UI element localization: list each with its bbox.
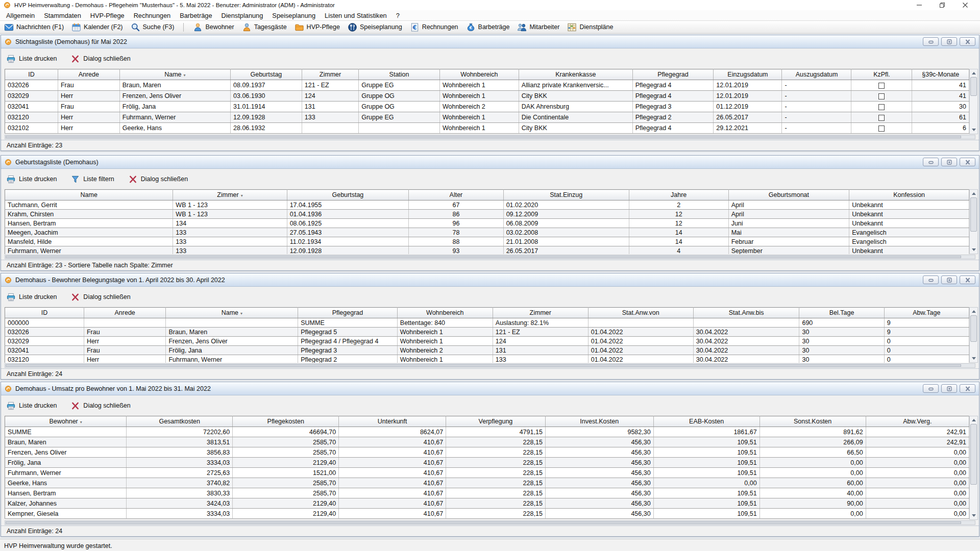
checkbox[interactable]	[878, 115, 885, 121]
column-header-konfession[interactable]: Konfession	[849, 190, 969, 201]
window-button-liste-drucken[interactable]: Liste drucken	[7, 55, 57, 63]
scrollbar-thumb[interactable]	[970, 424, 977, 485]
scrollbar-thumb[interactable]	[6, 136, 961, 138]
column-header-anrede[interactable]: Anrede	[84, 308, 166, 318]
column-header-bel-tage[interactable]: Bel.Tage	[799, 308, 884, 318]
column-header-geburtsmonat[interactable]: Geburtsmonat	[728, 190, 849, 201]
menu-item-[interactable]: ?	[391, 11, 404, 20]
menu-item-hvp-pflege[interactable]: HVP-Pflege	[86, 11, 129, 20]
scrollbar-thumb[interactable]	[6, 364, 961, 367]
table-row[interactable]: Braun, Maren3813,512585,70410,67228,1545…	[5, 437, 969, 447]
table-row[interactable]: Mansfeld, Hilde13311.02.19348821.01.2008…	[5, 237, 969, 246]
toolbar-button-speiseplanung[interactable]: Speiseplanung	[348, 22, 402, 32]
window-button-liste-drucken[interactable]: Liste drucken	[7, 293, 57, 302]
table-row[interactable]: Geerke, Hans3740,822585,70410,67228,1545…	[5, 478, 969, 488]
window-button-liste-filtern[interactable]: Liste filtern	[71, 175, 114, 184]
column-header-pflegegrad[interactable]: Pflegegrad	[298, 308, 398, 318]
table-row[interactable]: 032026FrauBraun, MarenPflegegrad 5Wohnbe…	[5, 328, 969, 337]
child-maximize-button[interactable]	[941, 384, 957, 393]
child-window-titlebar[interactable]: Demohaus - Umsatz pro Bewohner von 1. Ma…	[1, 382, 979, 395]
restore-button[interactable]	[930, 0, 953, 10]
horizontal-scrollbar[interactable]	[5, 135, 975, 139]
child-minimize-button[interactable]	[923, 384, 939, 393]
column-header-id[interactable]: ID	[5, 308, 84, 318]
column-header-pflegekosten[interactable]: Pflegekosten	[233, 416, 339, 427]
column-header-zimmer[interactable]: Zimmer	[493, 308, 588, 318]
scrollbar-thumb[interactable]	[970, 315, 977, 342]
column-header-anrede[interactable]: Anrede	[58, 69, 119, 80]
scroll-down-icon[interactable]	[972, 357, 976, 360]
table-row[interactable]: 032041FrauFrölig, JanaPflegegrad 3Wohnbe…	[5, 346, 969, 355]
table-row[interactable]: Kempner, Giesela3334,032129,40410,67228,…	[5, 509, 969, 519]
column-header-auszugsdatum[interactable]: Auszugsdatum	[782, 69, 851, 80]
table-row[interactable]: Fuhrmann, Werner13312.09.19289326.05.201…	[5, 246, 969, 255]
table-row[interactable]: 000000SUMMEBettentage: 840Auslastung: 82…	[5, 318, 969, 328]
column-header-abw-tage[interactable]: Abw.Tage	[884, 308, 969, 318]
column-header-alter[interactable]: Alter	[409, 190, 503, 201]
column-header-name[interactable]: Name▾	[166, 308, 298, 318]
scroll-up-icon[interactable]	[972, 72, 976, 74]
scrollbar-thumb[interactable]	[970, 77, 977, 96]
table-row[interactable]: 032120HerrFuhrmann, WernerPflegegrad 2Wo…	[5, 355, 969, 363]
scroll-up-icon[interactable]	[972, 419, 976, 421]
window-button-liste-drucken[interactable]: Liste drucken	[7, 175, 57, 184]
child-window-titlebar[interactable]: Stichtagsliste (Demohaus) für Mai 2022	[1, 35, 979, 48]
table-row[interactable]: 032120HerrFuhrmann, Werner12.09.1928133G…	[5, 112, 969, 123]
column-header-jahre[interactable]: Jahre	[629, 190, 728, 201]
column-header-verpflegung[interactable]: Verpflegung	[446, 416, 546, 427]
column-header-wohnbereich[interactable]: Wohnbereich	[397, 308, 493, 318]
table-row[interactable]: Krahm, ChirstenWB 1 - 12301.04.19368609.…	[5, 210, 969, 219]
window-button-dialog-schlie-en[interactable]: Dialog schließen	[71, 55, 130, 63]
child-minimize-button[interactable]	[923, 158, 939, 166]
toolbar-button-kalender-f2[interactable]: Kalender (F2)	[71, 22, 122, 32]
column-header-abw-verg[interactable]: Abw.Verg.	[866, 416, 969, 427]
child-window-titlebar[interactable]: Geburtstagsliste (Demohaus)	[1, 156, 979, 169]
child-close-button[interactable]	[960, 384, 975, 393]
scroll-down-icon[interactable]	[972, 129, 976, 131]
child-maximize-button[interactable]	[941, 37, 957, 46]
child-minimize-button[interactable]	[923, 276, 939, 284]
child-maximize-button[interactable]	[941, 276, 957, 284]
table-row[interactable]: Hansen, Bertram13408.06.19259606.08.2009…	[5, 219, 969, 228]
scroll-down-icon[interactable]	[972, 248, 976, 251]
table-row[interactable]: Frenzen, Jens Oliver3856,832585,70410,67…	[5, 447, 969, 458]
scrollbar-thumb[interactable]	[6, 256, 961, 258]
menu-item-rechnungen[interactable]: Rechnungen	[129, 11, 176, 20]
menu-item-listen-und-statistiken[interactable]: Listen und Statistiken	[320, 11, 391, 20]
child-minimize-button[interactable]	[923, 37, 939, 46]
column-header-station[interactable]: Station	[359, 69, 440, 80]
table-row[interactable]: 032029HerrFrenzen, Jens Oliver03.06.1930…	[5, 91, 969, 102]
close-button[interactable]	[953, 0, 976, 10]
toolbar-button-mitarbeiter[interactable]: Mitarbeiter	[517, 22, 559, 32]
window-button-dialog-schlie-en[interactable]: Dialog schließen	[71, 402, 130, 410]
column-header-stat-anw-von[interactable]: Stat.Anw.von	[588, 308, 693, 318]
column-header-geburtstag[interactable]: Geburtstag	[231, 69, 302, 80]
scroll-down-icon[interactable]	[972, 514, 976, 517]
menu-item-dienstplanung[interactable]: Dienstplanung	[217, 11, 268, 20]
horizontal-scrollbar[interactable]	[5, 520, 975, 525]
column-header-stat-einzug[interactable]: Stat.Einzug	[503, 190, 629, 201]
toolbar-button-suche-f3[interactable]: Suche (F3)	[131, 22, 175, 32]
column-header-krankenkasse[interactable]: Krankenkasse	[519, 69, 632, 80]
column-header-39c-monate[interactable]: §39c-Monate	[912, 69, 969, 80]
column-header-zimmer[interactable]: Zimmer▾	[173, 190, 287, 201]
table-row[interactable]: Tuchmann, GerritWB 1 - 12317.04.19556701…	[5, 201, 969, 210]
column-header-pflegegrad[interactable]: Pflegegrad	[632, 69, 714, 80]
table-row[interactable]: SUMME72202,6046694,708624,074791,159582,…	[5, 427, 969, 437]
vertical-scrollbar[interactable]	[969, 69, 978, 134]
checkbox[interactable]	[878, 126, 885, 132]
table-row[interactable]: 032029HerrFrenzen, Jens OliverPflegegrad…	[5, 337, 969, 346]
table-row[interactable]: Fuhrmann, Werner2725,631521,00410,67228,…	[5, 468, 969, 478]
column-header-invest-kosten[interactable]: Invest.Kosten	[545, 416, 653, 427]
table-row[interactable]: Kalzer, Johannes3424,032129,40410,67228,…	[5, 498, 969, 509]
toolbar-button-hvp-pflege[interactable]: HVP-Pflege	[295, 22, 340, 32]
toolbar-button-tagesg-ste[interactable]: Tagesgäste	[242, 22, 287, 32]
scrollbar-thumb[interactable]	[6, 521, 961, 524]
scroll-up-icon[interactable]	[972, 310, 976, 313]
column-header-sonst-kosten[interactable]: Sonst.Kosten	[760, 416, 866, 427]
column-header-name[interactable]: Name	[5, 190, 173, 201]
column-header-id[interactable]: ID	[5, 69, 58, 80]
toolbar-button-nachrichten-f1[interactable]: Nachrichten (F1)	[4, 22, 64, 32]
vertical-scrollbar[interactable]	[969, 189, 978, 254]
horizontal-scrollbar[interactable]	[5, 363, 975, 368]
